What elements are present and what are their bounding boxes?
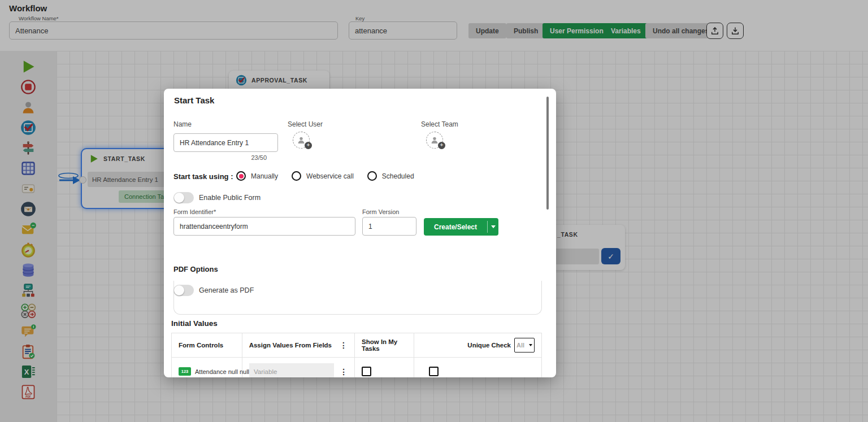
unique-check-checkbox[interactable] bbox=[429, 367, 439, 376]
pdf-options-title: PDF Options bbox=[173, 265, 218, 273]
enable-public-form-toggle[interactable] bbox=[173, 192, 194, 203]
add-user-plus-icon: + bbox=[305, 142, 312, 149]
unique-check-filter-value: All bbox=[517, 342, 524, 349]
dialog-scrollbar[interactable] bbox=[546, 97, 549, 210]
assign-value-cell: ⋮ bbox=[242, 358, 355, 377]
generate-pdf-label: Generate as PDF bbox=[199, 286, 254, 294]
start-task-dialog: Start Task Name 23/50 Select User + Sele… bbox=[164, 89, 556, 377]
form-card-divider bbox=[173, 281, 542, 315]
form-control-cell: 123 Attendance null null bbox=[172, 358, 242, 377]
generate-pdf-toggle[interactable] bbox=[173, 285, 194, 296]
create-select-label: Create/Select bbox=[424, 223, 487, 231]
header-unique-check: Unique Check All bbox=[414, 333, 541, 357]
table-header-row: Form Controls Assign Values From Fields … bbox=[172, 333, 541, 358]
create-select-button[interactable]: Create/Select bbox=[424, 218, 498, 236]
select-user-label: Select User bbox=[288, 120, 323, 128]
radio-manually[interactable] bbox=[236, 171, 246, 181]
char-counter: 23/50 bbox=[173, 154, 278, 161]
initial-values-table: Form Controls Assign Values From Fields … bbox=[171, 333, 542, 377]
variable-input[interactable] bbox=[249, 363, 334, 377]
assign-values-label: Assign Values From Fields bbox=[249, 342, 332, 349]
create-select-dropdown[interactable] bbox=[488, 225, 498, 228]
enable-public-form-label: Enable Public Form bbox=[199, 194, 261, 202]
show-in-my-tasks-checkbox[interactable] bbox=[362, 367, 371, 376]
radio-scheduled[interactable] bbox=[367, 171, 377, 181]
dialog-title: Start Task bbox=[174, 95, 214, 105]
row-kebab-menu[interactable]: ⋮ bbox=[340, 367, 348, 376]
unique-check-filter-select[interactable]: All bbox=[514, 338, 535, 353]
form-identifier-label: Form Identifier* bbox=[173, 208, 216, 215]
radio-option-scheduled[interactable]: Scheduled bbox=[367, 171, 414, 181]
radio-scheduled-label: Scheduled bbox=[382, 172, 414, 180]
header-show-in-my-tasks: Show In My Tasks bbox=[355, 333, 414, 357]
radio-webservice[interactable] bbox=[292, 171, 301, 181]
add-team-plus-icon: + bbox=[438, 142, 445, 149]
number-field-icon: 123 bbox=[179, 367, 191, 376]
header-form-controls: Form Controls bbox=[172, 333, 242, 357]
radio-option-manually[interactable]: Manually bbox=[236, 171, 278, 181]
select-team-button[interactable]: + bbox=[426, 132, 443, 149]
form-version-input[interactable] bbox=[362, 217, 416, 236]
form-identifier-input[interactable] bbox=[173, 217, 355, 236]
unique-check-cell bbox=[414, 358, 541, 377]
user-placeholder-icon bbox=[297, 136, 306, 145]
team-placeholder-icon bbox=[430, 136, 439, 145]
select-caret-icon bbox=[529, 344, 532, 346]
name-label: Name bbox=[173, 120, 192, 128]
chevron-down-icon bbox=[491, 225, 496, 228]
header-assign-values: Assign Values From Fields ⋮ bbox=[242, 333, 355, 357]
form-control-name: Attendance null null bbox=[195, 368, 249, 375]
initial-values-title: Initial Values bbox=[171, 319, 218, 328]
radio-manually-label: Manually bbox=[251, 172, 278, 180]
form-version-label: Form Version bbox=[362, 208, 399, 215]
start-task-using-label: Start task using : bbox=[173, 172, 233, 181]
show-in-my-tasks-cell bbox=[355, 358, 414, 377]
radio-webservice-label: Webservice call bbox=[306, 172, 354, 180]
radio-option-webservice[interactable]: Webservice call bbox=[292, 171, 354, 181]
unique-check-label: Unique Check bbox=[467, 342, 511, 349]
select-team-label: Select Team bbox=[421, 120, 458, 128]
column-kebab-menu[interactable]: ⋮ bbox=[340, 341, 348, 350]
start-mode-radio-group: Manually Webservice call Scheduled bbox=[236, 171, 414, 181]
task-name-input[interactable] bbox=[173, 133, 278, 152]
select-user-button[interactable]: + bbox=[293, 132, 310, 149]
table-row: 123 Attendance null null ⋮ bbox=[172, 358, 541, 377]
